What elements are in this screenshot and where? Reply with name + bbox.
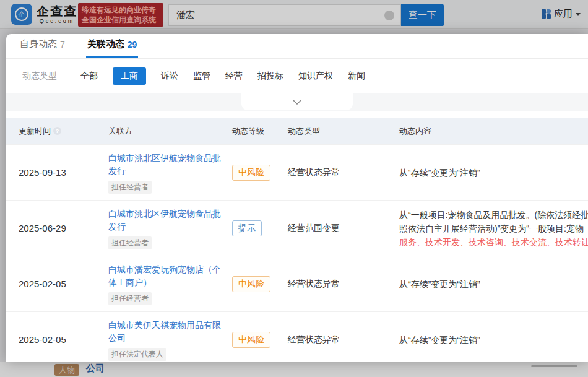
header-dynamic-type: 动态类型 [288,126,399,137]
level-badge: 中风险 [232,332,270,348]
company-link[interactable]: 白城市潘宏爱玩狗宠物店（个体工商户） [108,263,226,289]
dynamic-content: 从“存续”变更为“注销” [399,333,588,347]
role-tag: 担任经营者 [108,292,152,305]
filter-label: 动态类型 [22,71,57,82]
company-link[interactable]: 白城市美伊天祺宠物用品有限公司 [108,319,226,345]
qcc-logo-icon: 企 [11,4,32,25]
filter-option-lawsuit[interactable]: 诉讼 [161,67,178,85]
filter-option-bidding[interactable]: 招投标 [257,67,283,85]
tab-bar: 自身动态 7 关联动态 29 [6,34,588,59]
filter-option-operation[interactable]: 经营 [225,67,243,85]
search-button[interactable]: 查一下 [401,4,444,26]
dynamic-type: 经营状态异常 [288,167,399,178]
role-tag: 担任法定代表人 [108,348,166,361]
filter-option-supervision[interactable]: 监管 [193,67,210,85]
table-row: 2025-02-05 白城市潘宏爱玩狗宠物店（个体工商户） 担任经营者 中风险 … [6,256,588,311]
topbar: 企 企查查 Qcc.com 缔造有远见的商业传奇 全国企业信用查询系统 查一下 … [0,0,588,29]
tab-self-dynamics[interactable]: 自身动态 7 [19,38,66,58]
page: 企 企查查 Qcc.com 缔造有远见的商业传奇 全国企业信用查询系统 查一下 … [0,0,588,377]
background-row: 人物 公司 [0,362,588,377]
filter-option-ip[interactable]: 知识产权 [298,67,333,85]
level-badge: 中风险 [232,165,270,181]
table-row: 2025-06-29 白城市洮北区伊航宠物食品批发行 担任经营者 提示 经营范围… [6,200,588,256]
dynamic-content: 从“一般项目:宠物食品及用品批发。(除依法须经批 照依法自主开展经营活动)”变更… [399,208,588,249]
collapse-band [6,93,588,111]
update-time: 2025-06-29 [19,223,108,233]
camera-icon[interactable] [384,11,394,20]
apps-grid-icon [542,9,551,19]
header-related-party: 关联方 [108,126,232,137]
search-input[interactable] [169,5,400,25]
tab-related-dynamics[interactable]: 关联动态 29 [86,38,139,58]
brand-name: 企查查 [37,4,77,18]
update-time: 2025-09-13 [19,167,108,178]
header-dynamic-content: 动态内容 [399,126,588,137]
table-row: 2025-02-05 白城市美伊天祺宠物用品有限公司 担任法定代表人 中风险 经… [6,311,588,362]
slogan-line-2: 全国企业信用查询系统 [82,15,160,25]
filter-option-news[interactable]: 新闻 [348,67,365,85]
company-link[interactable]: 白城市洮北区伊航宠物食品批发行 [108,207,226,233]
search-box [168,4,401,26]
qcc-logo[interactable]: 企 企查查 Qcc.com [11,4,77,25]
background-company-link[interactable]: 公司 [86,363,105,375]
header-update-time: 更新时间 [19,126,51,136]
filter-option-business[interactable]: 工商 [113,67,146,85]
dynamics-modal: 自身动态 7 关联动态 29 动态类型 全部 工商 诉讼 监管 经营 招投标 知… [6,34,588,362]
slogan-line-1: 缔造有远见的商业传奇 [82,5,160,15]
brand-domain: Qcc.com [40,18,75,24]
slogan-banner: 缔造有远见的商业传奇 全国企业信用查询系统 [78,3,163,27]
tab-count: 7 [60,40,65,50]
level-badge: 提示 [232,220,262,236]
background-divider [531,365,577,367]
dynamic-content: 从“存续”变更为“注销” [399,166,588,180]
apps-label: 应用 [554,8,573,20]
chevron-down-icon [576,13,581,16]
apps-menu[interactable]: 应用 [542,8,581,20]
level-badge: 中风险 [232,276,270,292]
person-badge: 人物 [54,364,79,376]
role-tag: 担任经营者 [108,236,152,249]
role-tag: 担任经营者 [108,181,152,194]
update-time: 2025-02-05 [19,279,108,289]
company-link[interactable]: 白城市洮北区伊航宠物食品批发行 [108,152,226,178]
tab-count: 29 [128,40,137,50]
header-dynamic-level: 动态等级 [232,126,288,137]
chevron-down-icon [292,99,302,105]
update-time: 2025-02-05 [19,334,108,345]
dynamic-type: 经营状态异常 [288,334,399,345]
dynamic-type: 经营状态异常 [288,279,399,290]
collapse-button[interactable] [241,93,353,110]
dynamic-type: 经营范围变更 [288,223,399,234]
table-header: 更新时间? 关联方 动态等级 动态类型 动态内容 [6,118,588,144]
info-icon[interactable]: ? [53,127,61,135]
dynamic-content: 从“存续”变更为“注销” [399,277,588,291]
dynamic-type-filter: 动态类型 全部 工商 诉讼 监管 经营 招投标 知识产权 新闻 [6,59,588,93]
table-row: 2025-09-13 白城市洮北区伊航宠物食品批发行 担任经营者 中风险 经营状… [6,144,588,200]
filter-option-all[interactable]: 全部 [80,67,98,85]
band-gap [6,111,588,118]
